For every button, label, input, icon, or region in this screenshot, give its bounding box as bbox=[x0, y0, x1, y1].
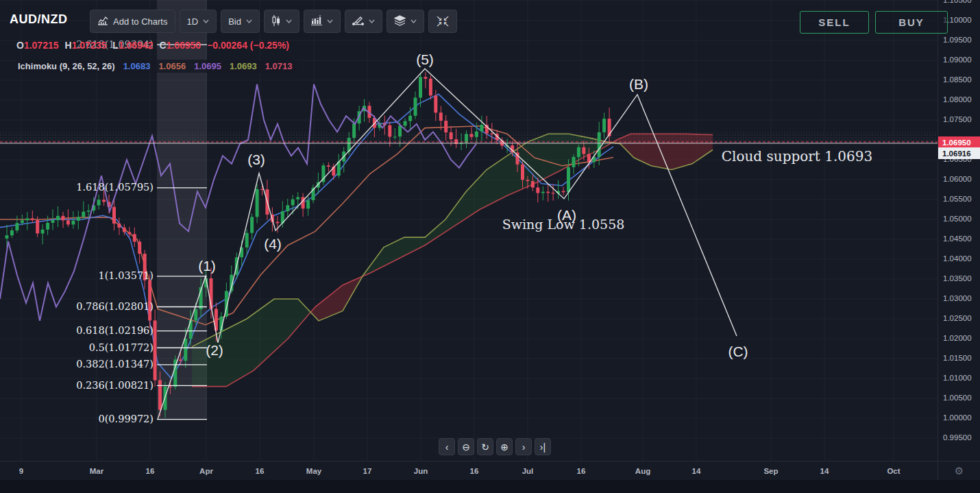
layers-dropdown[interactable] bbox=[387, 10, 424, 33]
price-tick-label: 1.08000 bbox=[943, 95, 972, 104]
sell-button[interactable]: SELL bbox=[800, 11, 869, 34]
price-tick-label: 1.04500 bbox=[943, 235, 972, 243]
senkou-a-value: 1.0693 bbox=[230, 61, 257, 71]
candle-body bbox=[286, 205, 289, 211]
candle-body bbox=[444, 121, 448, 132]
candle-body bbox=[194, 309, 197, 320]
chart-type-dropdown[interactable] bbox=[264, 10, 299, 33]
time-tick-label: 9 bbox=[19, 467, 23, 475]
zoom-in-button[interactable]: ⊕ bbox=[496, 438, 513, 455]
add-to-charts-button[interactable]: Add to Charts bbox=[90, 10, 175, 33]
candle-body bbox=[31, 218, 34, 220]
chevron-down-icon bbox=[286, 19, 292, 23]
candle-body bbox=[184, 339, 187, 361]
symbol-title: AUD/NZD bbox=[10, 12, 68, 27]
high-value: 1.07235 bbox=[72, 40, 107, 51]
chevron-down-icon bbox=[411, 19, 417, 23]
fib-level-label: 0.618(1.02196) bbox=[76, 325, 154, 336]
ichimoku-title: Ichimoku (9, 26, 52, 26) bbox=[18, 61, 115, 71]
senkou-b-value: 1.0713 bbox=[265, 61, 293, 71]
ichimoku-legend: Ichimoku (9, 26, 52, 26) 1.0683 1.0656 1… bbox=[16, 60, 297, 73]
wave-label: (5) bbox=[416, 51, 434, 67]
candle-body bbox=[62, 216, 65, 221]
time-tick-label: Sep bbox=[763, 467, 778, 475]
go-to-end-button[interactable]: ›| bbox=[535, 438, 551, 455]
candle-body bbox=[414, 97, 417, 115]
candle-body bbox=[434, 96, 437, 113]
time-tick-label: Mar bbox=[90, 467, 103, 475]
candle-body bbox=[256, 189, 259, 217]
chart-line-icon bbox=[97, 16, 108, 27]
collapse-button[interactable]: ↘↙↗↖ bbox=[428, 10, 457, 33]
kijun-value: 1.0656 bbox=[158, 61, 186, 71]
chevron-down-icon bbox=[246, 19, 252, 23]
candle-body bbox=[66, 220, 70, 224]
draw-tools-dropdown[interactable] bbox=[345, 10, 382, 33]
price-tick-label: 1.01000 bbox=[943, 374, 972, 382]
scroll-right-button[interactable]: › bbox=[515, 438, 532, 455]
wave-label: (2) bbox=[206, 342, 223, 358]
price-type-dropdown[interactable]: Bid bbox=[221, 10, 260, 33]
fib-level-label: 0.382(1.01347) bbox=[76, 359, 154, 370]
wave-label: (3) bbox=[247, 152, 265, 167]
add-to-charts-label: Add to Charts bbox=[113, 16, 168, 27]
fib-level-label: 1.618(1.05795) bbox=[76, 182, 154, 193]
price-tick-label: 1.08500 bbox=[943, 75, 972, 84]
change-value: −0.00264 (−0.25%) bbox=[207, 40, 289, 51]
chevron-down-icon bbox=[203, 19, 209, 23]
candle-body bbox=[531, 181, 535, 187]
bar-chart-icon bbox=[311, 15, 322, 27]
reset-view-button[interactable]: ↻ bbox=[477, 438, 493, 455]
gear-icon[interactable]: ⚙ bbox=[955, 465, 964, 477]
candle-body bbox=[51, 220, 55, 223]
collapse-arrows-icon: ↘↙↗↖ bbox=[436, 15, 450, 27]
time-tick-label: 14 bbox=[692, 467, 701, 475]
price-tick-label: 1.04000 bbox=[943, 254, 972, 263]
tenkan-value: 1.0683 bbox=[123, 61, 151, 71]
candle-body bbox=[327, 165, 330, 167]
buy-button[interactable]: BUY bbox=[875, 11, 948, 34]
toolbar-buttons: Add to Charts 1D Bid bbox=[90, 10, 457, 33]
price-tick-label: 1.05500 bbox=[943, 195, 972, 203]
candle-body bbox=[245, 233, 249, 248]
candle-body bbox=[127, 232, 131, 235]
indicators-dropdown[interactable] bbox=[304, 10, 341, 33]
chevron-down-icon bbox=[327, 19, 333, 23]
time-axis[interactable]: 9Mar16Apr16May17Jun16Jul16Aug14Sep14Oct bbox=[0, 461, 938, 480]
candle-body bbox=[179, 359, 182, 361]
price-tick-label: 1.10500 bbox=[943, 0, 972, 4]
fib-level-label: 0(0.99972) bbox=[98, 413, 154, 424]
secondary-price-label: 1.06916 bbox=[938, 147, 980, 159]
candle-body bbox=[577, 147, 580, 157]
ichimoku-cloud-bearish bbox=[312, 275, 363, 321]
candle-body bbox=[21, 220, 24, 223]
zoom-out-button[interactable]: ⊖ bbox=[458, 438, 474, 455]
annotation-text: Swing Low 1.0558 bbox=[502, 217, 625, 232]
layers-icon bbox=[394, 15, 406, 28]
candle-body bbox=[429, 79, 432, 96]
fib-level-label: 0.786(1.02801) bbox=[76, 301, 154, 312]
candle-body bbox=[138, 241, 141, 254]
pencil-icon bbox=[352, 15, 364, 27]
candle-body bbox=[102, 200, 106, 202]
candle-body bbox=[408, 116, 412, 121]
timeframe-value: 1D bbox=[187, 16, 199, 27]
price-axis[interactable]: 1.105001.100001.095001.090001.085001.080… bbox=[938, 0, 980, 461]
price-tick-label: 1.06000 bbox=[943, 175, 972, 183]
candle-body bbox=[82, 212, 85, 217]
candle-body bbox=[275, 222, 279, 224]
price-tick-label: 1.00000 bbox=[943, 413, 972, 422]
candle-body bbox=[123, 228, 126, 232]
candle-body bbox=[46, 223, 49, 230]
chart-nav-controls: ‹ ⊖ ↻ ⊕ › ›| bbox=[439, 438, 551, 455]
price-tick-label: 1.09000 bbox=[943, 56, 972, 64]
bottom-status-bar bbox=[0, 480, 980, 493]
fib-level-label: 0.236(1.00821) bbox=[76, 380, 154, 391]
timeframe-dropdown[interactable]: 1D bbox=[180, 10, 217, 33]
dotted-zone bbox=[0, 132, 938, 141]
trading-platform-window: 2.618(1.09394)1.618(1.05795)1(1.03571)0.… bbox=[0, 0, 980, 493]
candle-body bbox=[15, 223, 19, 230]
scroll-left-button[interactable]: ‹ bbox=[439, 438, 455, 455]
wave-label: (B) bbox=[629, 76, 648, 92]
candle-body bbox=[25, 218, 29, 220]
